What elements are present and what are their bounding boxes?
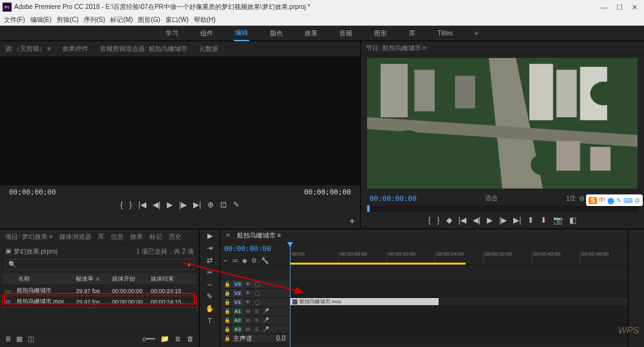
hand-tool[interactable]: ✋ xyxy=(205,305,214,313)
source-timecode-left[interactable]: 00;00;00;00 xyxy=(9,188,56,196)
freeform-view-icon[interactable]: ◫ xyxy=(28,335,34,343)
menu-clip[interactable]: 剪辑(C) xyxy=(55,15,80,24)
menu-graphics[interactable]: 图形(G) xyxy=(137,15,161,24)
tab-history[interactable]: 历史 xyxy=(169,232,182,241)
track-header-master[interactable]: 🔒主声道0.0 xyxy=(220,334,289,343)
tab-project[interactable]: 项目: 梦幻效果 ≡ xyxy=(5,232,53,241)
prog-lift[interactable]: ⬆ xyxy=(527,216,534,225)
ws-audio[interactable]: 音频 xyxy=(338,26,354,41)
src-play[interactable]: ▶ xyxy=(167,200,173,209)
add-button[interactable]: + xyxy=(350,216,355,226)
ws-learn[interactable]: 学习 xyxy=(164,26,180,41)
program-fit-label[interactable]: 适合 xyxy=(485,194,498,203)
track-header-a1[interactable]: 🔒A1MS🎤 xyxy=(220,307,289,316)
timeline-cross-icon[interactable]: ✕ xyxy=(225,232,231,239)
ws-color[interactable]: 颜色 xyxy=(269,26,284,41)
src-mark-out[interactable]: } xyxy=(129,200,132,209)
src-goto-out[interactable]: ▶| xyxy=(193,200,201,209)
track-header-a2[interactable]: 🔒A2MS🎤 xyxy=(220,316,289,325)
src-export-frame[interactable]: ✎ xyxy=(233,200,240,209)
prog-goto-in[interactable]: |◀ xyxy=(459,216,466,225)
prog-extract[interactable]: ⬇ xyxy=(540,216,547,225)
prog-mark-in[interactable]: { xyxy=(428,216,431,225)
tab-media-browser[interactable]: 媒体浏览器 xyxy=(59,232,91,241)
maximize-button[interactable]: ☐ xyxy=(616,3,623,12)
ws-effects[interactable]: 效果 xyxy=(303,26,319,41)
prog-mark-out[interactable]: } xyxy=(437,216,440,225)
program-monitor[interactable] xyxy=(367,58,638,189)
prog-play[interactable]: ▶ xyxy=(487,216,493,225)
track-lane-a1[interactable] xyxy=(290,306,628,315)
col-media-start[interactable]: 媒体开始 xyxy=(112,275,151,283)
ime-input[interactable]: ✎ xyxy=(616,197,621,204)
ws-titles[interactable]: Titles xyxy=(436,27,454,39)
prog-goto-out[interactable]: ▶| xyxy=(513,216,521,225)
program-scrubber[interactable] xyxy=(367,205,638,212)
type-tool[interactable]: T xyxy=(207,317,212,324)
razor-tool[interactable]: ✂ xyxy=(207,268,213,277)
timeline-clip[interactable]: 航拍鸟瞰城市.mov xyxy=(290,298,439,305)
col-name[interactable]: 名称 xyxy=(5,275,76,283)
prog-compare[interactable]: ◧ xyxy=(569,216,576,225)
ws-assembly[interactable]: 组件 xyxy=(199,26,214,41)
menu-sequence[interactable]: 序列(S) xyxy=(82,15,106,24)
src-step-fwd[interactable]: |▶ xyxy=(179,200,187,209)
icon-view-icon[interactable]: ▦ xyxy=(16,335,23,343)
playhead[interactable] xyxy=(290,242,290,347)
close-button[interactable]: ✕ xyxy=(632,3,638,12)
ime-toolbar[interactable]: S 中 ⬤ ✎ ⌨ ⚙ xyxy=(586,194,643,206)
track-lane-v3[interactable] xyxy=(290,279,628,288)
track-lane-a3[interactable] xyxy=(290,324,628,333)
tab-markers[interactable]: 标记 xyxy=(149,232,162,241)
menu-window[interactable]: 窗口(W) xyxy=(164,15,190,24)
menu-help[interactable]: 帮助(H) xyxy=(193,15,217,24)
track-lane-master[interactable] xyxy=(290,333,628,342)
program-scale[interactable]: 1/2 xyxy=(566,195,575,202)
settings-icon[interactable]: ⚙ xyxy=(251,257,257,264)
prog-step-fwd[interactable]: |▶ xyxy=(499,216,507,225)
ws-editing[interactable]: 编辑 xyxy=(234,26,249,41)
slip-tool[interactable]: ↔ xyxy=(206,281,213,288)
marker-icon[interactable]: ◆ xyxy=(242,257,247,264)
src-mark-in[interactable]: { xyxy=(120,200,123,209)
ws-libraries[interactable]: 库 xyxy=(408,26,417,41)
track-lane-a2[interactable] xyxy=(290,315,628,324)
prog-step-back[interactable]: ◀| xyxy=(473,216,480,225)
tab-metadata[interactable]: 元数据 xyxy=(199,44,218,53)
prog-export-frame[interactable]: 📷 xyxy=(553,216,563,225)
tab-effect-controls[interactable]: 效果控件 xyxy=(62,44,88,53)
timeline-timecode[interactable]: 00:00:00:00 xyxy=(224,245,271,253)
timeline-sequence-tab[interactable]: 航拍鸟瞰城市 ≡ xyxy=(237,231,281,240)
ime-softkb[interactable]: ⌨ xyxy=(623,197,632,204)
src-insert[interactable]: ⊕ xyxy=(207,200,214,209)
tab-info[interactable]: 信息 xyxy=(111,232,124,241)
tab-source[interactable]: 源:（无剪辑） ≡ xyxy=(5,44,51,53)
source-monitor[interactable] xyxy=(0,57,360,185)
selection-tool[interactable]: ▶ xyxy=(207,232,213,240)
filter-icon[interactable]: ▾ xyxy=(187,261,191,268)
snap-icon[interactable]: ⌐ xyxy=(224,257,228,264)
track-header-v3[interactable]: 🔒V3👁◯ xyxy=(220,280,289,289)
wrench-icon[interactable]: 🔧 xyxy=(261,257,269,264)
project-row-sequence[interactable]: ▭ 航拍鸟瞰城市 29.97 fps 00:00:00:00 00:00:24:… xyxy=(3,285,196,296)
zoom-slider[interactable]: o━━ xyxy=(142,335,155,343)
settings-icon[interactable]: ⚙ xyxy=(579,195,585,202)
src-overwrite[interactable]: ⊡ xyxy=(220,200,227,209)
tab-audio-mixer[interactable]: 音频剪辑混合器: 航拍鸟瞰城市 xyxy=(100,44,187,53)
ime-punct[interactable]: ⬤ xyxy=(607,197,614,204)
src-step-back[interactable]: ◀| xyxy=(153,200,160,209)
program-timecode-left[interactable]: 00:00:00:00 xyxy=(370,194,417,203)
track-select-tool[interactable]: ⇥ xyxy=(207,244,213,252)
prog-marker[interactable]: ◆ xyxy=(446,216,452,225)
col-framerate[interactable]: 帧速率 ∧ xyxy=(76,275,112,283)
tab-effects[interactable]: 效果 xyxy=(130,232,143,241)
track-header-v1[interactable]: 🔒V1👁◯ xyxy=(220,298,289,307)
menu-edit[interactable]: 编辑(E) xyxy=(29,15,53,24)
new-bin-icon[interactable]: 📁 xyxy=(160,335,169,343)
ime-lang[interactable]: 中 xyxy=(599,196,605,205)
tab-program[interactable]: 节目: 航拍鸟瞰城市 ≡ xyxy=(366,44,426,53)
ime-settings[interactable]: ⚙ xyxy=(634,197,640,204)
pen-tool[interactable]: ✎ xyxy=(207,292,213,301)
ripple-tool[interactable]: ⇄ xyxy=(207,256,213,265)
search-input[interactable] xyxy=(19,261,185,268)
